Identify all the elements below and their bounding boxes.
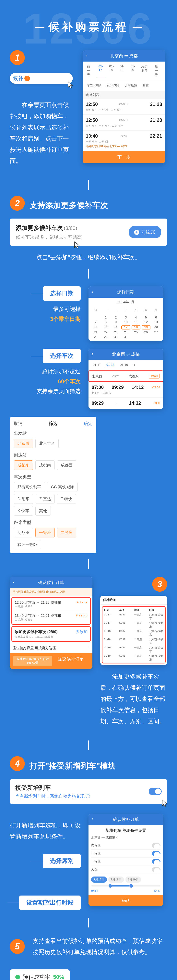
calendar-day[interactable]: 27 [151, 331, 161, 334]
back-icon[interactable]: ‹ [92, 289, 93, 294]
date-chip[interactable]: 1月19日 [126, 877, 141, 883]
train-item[interactable]: 12:50G387 下21:28商务 候补 · 一等 候补 · 二等 候补 [83, 115, 165, 130]
step5-number: 5 [10, 939, 25, 954]
date-tabs[interactable]: 01-1701-1801-19+ [88, 360, 163, 371]
calendar-day[interactable]: 14 [91, 325, 100, 329]
go-add-button[interactable]: + 去添加 [129, 226, 161, 238]
calendar-day[interactable]: 6 [151, 316, 161, 319]
connector-line [88, 180, 89, 190]
cancel-button[interactable]: 取消 [14, 421, 23, 426]
date-tabs[interactable]: 前一天01-1701-1801-1901-20农历腊月后一天 [83, 62, 165, 80]
filter-chip[interactable]: 成都南 [35, 460, 55, 470]
train-item-highlighted[interactable]: 北京西G387成都东+添加 [88, 371, 163, 382]
calendar-day[interactable]: 7 [91, 320, 100, 324]
calendar-day[interactable]: 17 [121, 325, 130, 329]
route-label: 北京西 — 成都东 ✓ [91, 835, 161, 840]
add-tag[interactable]: +添加 [149, 374, 159, 379]
order-item: 13:40 北京西 → 22:21 成都东二等座 · G391¥ 778.5 [12, 611, 90, 624]
houbu-callout-button[interactable]: 候补 + [10, 73, 73, 84]
filter-chip[interactable]: 商务座 [14, 528, 33, 538]
train-item[interactable]: 12:50G387 下21:28商务 候补 · 一等 2张 · 二等 候补 [83, 99, 165, 115]
calendar-day[interactable]: 4 [132, 316, 140, 319]
filter-chip[interactable]: 北京西 [14, 439, 33, 448]
seat-option[interactable]: 无座 [91, 866, 161, 874]
to-chips[interactable]: 成都东成都南成都西 [14, 460, 92, 470]
calendar-day[interactable]: 31 [121, 336, 130, 339]
seat-option[interactable]: 一等座 [91, 850, 161, 858]
add-more-highlight: 添加更多候补车次 (2/60)去添加 候补车次越多，兑现成功率越高 [11, 626, 91, 642]
calendar-day[interactable]: 25 [132, 331, 140, 334]
calendar-day[interactable]: 29 [101, 336, 110, 339]
calendar-day[interactable]: 19 [142, 325, 150, 329]
filter-chip[interactable]: D-动车 [14, 494, 33, 504]
calendar-day[interactable]: 10 [121, 320, 130, 324]
filter-chip[interactable]: Z-直达 [35, 494, 55, 504]
seat-chips[interactable]: 商务座一等座二等座软卧一等卧 [14, 528, 92, 549]
date-tabs[interactable]: 1月17日1月18日1月19日 [91, 877, 161, 883]
seat-option[interactable]: 商务座 [91, 842, 161, 850]
panel-title: 候补列表 [83, 91, 165, 99]
filter-chip[interactable]: 成都西 [57, 460, 76, 470]
back-icon[interactable]: ‹ [86, 53, 87, 58]
calendar-day[interactable]: 16 [111, 325, 120, 329]
calendar-day[interactable]: 2 [111, 316, 120, 319]
filter-chip[interactable]: 一等座 [35, 528, 55, 538]
date-chip[interactable]: 1月17日 [91, 877, 107, 883]
tip-banner: 已按照候补车次优先分配候补订单优先兑现 [10, 588, 92, 596]
filter-chip[interactable]: T-特快 [57, 494, 76, 504]
toggle-subtitle: 当有新增列车时，系统自动为您兑现 ⓘ [15, 794, 149, 799]
back-icon[interactable]: ‹ [92, 352, 93, 356]
filter-chip[interactable]: 成都东 [14, 460, 33, 470]
calendar-day[interactable]: 18 [132, 325, 140, 329]
calendar-day[interactable]: 28 [91, 336, 100, 339]
rate-value: 50% [53, 974, 64, 980]
step5-text: 支持查看当前候补订单的预估成功率，预估成功率按照历史候补订单兑现情况测算，仅供参… [33, 935, 167, 958]
go-add-link[interactable]: 去添加 [76, 629, 87, 635]
calendar-day[interactable]: 5 [142, 316, 150, 319]
calendar-day[interactable]: 9 [111, 320, 120, 324]
calendar-day[interactable]: 24 [121, 331, 130, 334]
date-chip[interactable]: 1月18日 [108, 877, 124, 883]
calendar-day[interactable]: 13 [151, 320, 161, 324]
back-icon[interactable]: ‹ [92, 816, 93, 822]
calendar-grid[interactable]: 1234567891011121314151617181920212223242… [88, 314, 163, 341]
filter-chip[interactable]: 软卧一等卧 [14, 540, 41, 549]
filter-chip[interactable]: 北京丰台 [35, 439, 59, 448]
order-item: 12:50 北京西 → 21:28 成都东一等座 · G387¥ 1257 [12, 598, 90, 611]
calendar-day[interactable]: 21 [91, 331, 100, 334]
time-slider[interactable] [91, 885, 161, 886]
calendar-day[interactable]: 3 [121, 316, 130, 319]
calendar-day[interactable]: 30 [111, 336, 120, 339]
calendar-day[interactable]: 23 [111, 331, 120, 334]
train-item[interactable]: 13:40G39122:21一等 候补 · 二等 3张可买指定始发终到站 北京西… [83, 130, 165, 151]
type-chips[interactable]: 只看高铁动车GC-高铁城际D-动车Z-直达T-特快K-快车其他 [14, 482, 92, 515]
calendar-day[interactable]: 15 [101, 325, 110, 329]
toggle-title: 接受新增列车 [15, 784, 149, 792]
next-button[interactable]: 下一步 [83, 151, 165, 163]
confirm-button[interactable]: 确定 [84, 421, 92, 426]
from-chips[interactable]: 北京西北京丰台 [14, 439, 92, 448]
filter-chip[interactable]: GC-高铁城际 [47, 482, 78, 492]
seat-pref-row[interactable]: 座位偏好设置 可按喜好选座› [10, 643, 92, 653]
filter-chip[interactable]: 二等座 [57, 528, 76, 538]
success-rate-box: 预估成功率 50% [10, 969, 70, 980]
train-item[interactable]: 09:29↓14:32+添加 [88, 398, 163, 409]
calendar-day[interactable]: 1 [101, 316, 110, 319]
calendar-day[interactable]: 12 [142, 320, 150, 324]
filter-chip[interactable]: K-快车 [14, 506, 33, 515]
calendar-day[interactable]: 22 [101, 331, 110, 334]
sort-tabs[interactable]: 车23:08起发6:53到历时最短筛选 [83, 80, 165, 91]
seat-option[interactable]: 二等座 [91, 858, 161, 866]
back-icon[interactable]: ‹ [13, 579, 14, 585]
submit-button[interactable]: 提交候补订单 [52, 656, 89, 666]
filter-chip[interactable]: 只看高铁动车 [14, 482, 45, 492]
confirm-button[interactable]: 确认 [88, 895, 163, 906]
filter-chip[interactable]: 其他 [35, 506, 51, 515]
calendar-day[interactable]: 26 [142, 331, 150, 334]
calendar-day[interactable]: 20 [151, 325, 161, 329]
toggle-switch[interactable] [149, 788, 162, 795]
calendar-day[interactable]: 11 [132, 320, 140, 324]
calendar-day[interactable]: 8 [101, 320, 110, 324]
train-item[interactable]: 07:0009:2914:12+29:37 北京西 → 成都东 [88, 382, 163, 398]
step5-header: 5 支持查看当前候补订单的预估成功率，预估成功率按照历史候补订单兑现情况测算，仅… [10, 935, 167, 958]
